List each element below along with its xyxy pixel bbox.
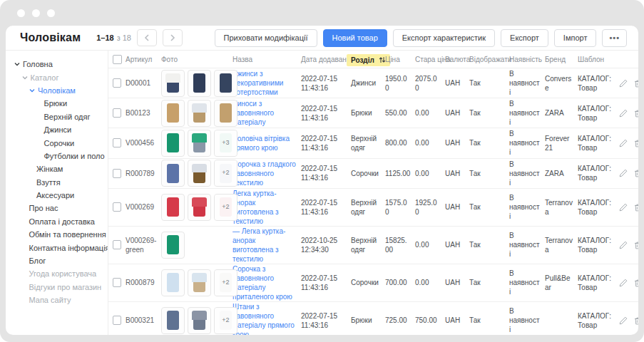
window-dot-icon[interactable] (32, 9, 40, 17)
sidebar-item[interactable]: Джинси (6, 123, 108, 136)
prev-page-button[interactable] (137, 29, 157, 46)
product-photo[interactable] (214, 70, 237, 97)
sidebar-item[interactable]: Контактна інформація (6, 241, 108, 254)
delete-button[interactable] (634, 79, 638, 88)
sidebar-item[interactable]: Блог (6, 254, 108, 267)
delete-button[interactable] (634, 316, 638, 325)
product-photo[interactable] (161, 130, 185, 157)
delete-button[interactable] (634, 203, 638, 212)
row-checkbox[interactable] (113, 240, 121, 249)
product-photo[interactable] (188, 130, 211, 157)
sidebar-item[interactable]: Мапа сайту (6, 294, 108, 306)
sidebar-item[interactable]: Брюки (6, 97, 108, 110)
product-photo[interactable] (188, 269, 211, 296)
sidebar-item[interactable]: Взуття (6, 176, 108, 189)
edit-button[interactable] (619, 109, 628, 118)
product-name-link[interactable]: Штани з бавовняного матеріалу прямого кр… (232, 302, 297, 335)
row-checkbox[interactable] (113, 316, 121, 325)
product-photo[interactable] (161, 100, 185, 127)
product-photo[interactable] (161, 232, 185, 259)
more-photos-badge[interactable]: +2 (214, 269, 237, 296)
sidebar-item[interactable]: Верхній одяг (6, 110, 108, 123)
delete-button[interactable] (634, 169, 638, 177)
product-name-link[interactable]: — Легка куртка-анорак виготовлена з текс… (232, 227, 297, 264)
sidebar-item[interactable]: Аксесуари (6, 189, 108, 202)
trash-icon (634, 109, 638, 118)
product-photo[interactable] (188, 160, 211, 187)
column-header-currency[interactable]: Валюта (445, 56, 469, 63)
column-header-availability[interactable]: Наявність (509, 56, 545, 63)
column-header-price[interactable]: Ціна (385, 56, 415, 63)
edit-button[interactable] (619, 279, 628, 287)
row-checkbox[interactable] (113, 138, 121, 147)
hide-modifications-button[interactable]: Приховати модифікації (215, 29, 317, 47)
edit-button[interactable] (619, 79, 628, 88)
more-actions-button[interactable]: ••• (602, 29, 627, 47)
sidebar-item[interactable]: Чоловікам (6, 84, 108, 97)
window-dot-icon[interactable] (17, 9, 25, 17)
row-checkbox[interactable] (113, 78, 121, 88)
row-checkbox[interactable] (113, 108, 121, 118)
edit-button[interactable] (619, 203, 628, 212)
export-button[interactable]: Експорт (501, 29, 548, 47)
column-header-photo[interactable]: Фото (161, 56, 232, 63)
delete-button[interactable] (634, 109, 638, 118)
sidebar-item[interactable]: Каталог (6, 71, 108, 83)
select-all-checkbox[interactable] (113, 55, 122, 64)
product-photo[interactable] (188, 194, 211, 221)
delete-button[interactable] (634, 241, 638, 249)
sidebar-item[interactable]: Футболки и поло (6, 150, 108, 162)
product-name-link[interactable]: Чиноси з бавовняного матеріалу (232, 99, 297, 127)
column-header-name[interactable]: Назва (232, 56, 301, 63)
garment-shape (167, 273, 179, 292)
date-cell: 2022-07-15 11:43:16 (301, 104, 351, 123)
more-photos-badge[interactable]: +2 (214, 194, 237, 221)
product-photo[interactable] (188, 100, 211, 127)
product-photo[interactable] (161, 194, 185, 221)
column-header-article[interactable]: Артикул (126, 56, 161, 63)
product-photo[interactable] (161, 70, 185, 97)
import-button[interactable]: Імпорт (554, 29, 597, 47)
product-name-link[interactable]: Джинси з декоративними потертостями (232, 69, 297, 97)
product-name-link[interactable]: Сорочка з бавовняного матеріалу притален… (232, 264, 297, 301)
product-name-link[interactable]: Легка куртка-анорак виготовлена з тексти… (232, 189, 297, 226)
product-photo[interactable] (188, 307, 211, 334)
row-checkbox[interactable] (113, 278, 121, 287)
next-page-button[interactable] (163, 29, 183, 46)
product-name-link[interactable]: Чоловіча вітрівка прямого крою (232, 134, 297, 152)
more-photos-badge[interactable]: +2 (214, 160, 237, 187)
column-header-date[interactable]: Дата додавання (301, 56, 351, 63)
product-photo[interactable] (161, 269, 185, 296)
new-product-button[interactable]: Новий товар (323, 29, 387, 47)
column-header-brand[interactable]: Бренд (545, 56, 578, 63)
product-name-link[interactable]: Сорочка з гладкого бавовняного текстилю (232, 160, 297, 187)
edit-button[interactable] (619, 241, 628, 249)
sidebar-item[interactable]: Оплата і доставка (6, 215, 108, 228)
product-photo[interactable] (214, 100, 237, 127)
column-header-template[interactable]: Шаблон (578, 56, 619, 63)
sidebar-item[interactable]: Головна (6, 58, 108, 71)
product-photo[interactable] (161, 160, 185, 187)
edit-button[interactable] (619, 169, 628, 177)
column-header-display[interactable]: Відображати (469, 56, 509, 63)
window-dot-icon[interactable] (47, 9, 55, 17)
sidebar-item[interactable]: Угода користувача (6, 267, 108, 280)
delete-button[interactable] (634, 139, 638, 147)
row-checkbox[interactable] (113, 169, 121, 178)
column-header-old-price[interactable]: Стара ціна (415, 56, 445, 63)
more-photos-badge[interactable]: +3 (214, 130, 237, 157)
delete-button[interactable] (634, 279, 638, 287)
more-photos-badge[interactable]: +2 (214, 307, 237, 334)
product-photo[interactable] (161, 307, 185, 334)
column-header-section[interactable]: Розділ (347, 54, 390, 66)
edit-button[interactable] (619, 139, 628, 147)
export-attributes-button[interactable]: Експорт характеристик (393, 29, 495, 47)
edit-button[interactable] (619, 316, 628, 325)
row-checkbox[interactable] (113, 202, 121, 212)
sidebar-item[interactable]: Відгуки про магазин (6, 281, 108, 294)
sidebar-item[interactable]: Обмін та повернення (6, 228, 108, 241)
sidebar-item[interactable]: Сорочки (6, 136, 108, 149)
sidebar-item[interactable]: Жінкам (6, 162, 108, 175)
sidebar-item[interactable]: Про нас (6, 202, 108, 214)
product-photo[interactable] (188, 70, 211, 97)
